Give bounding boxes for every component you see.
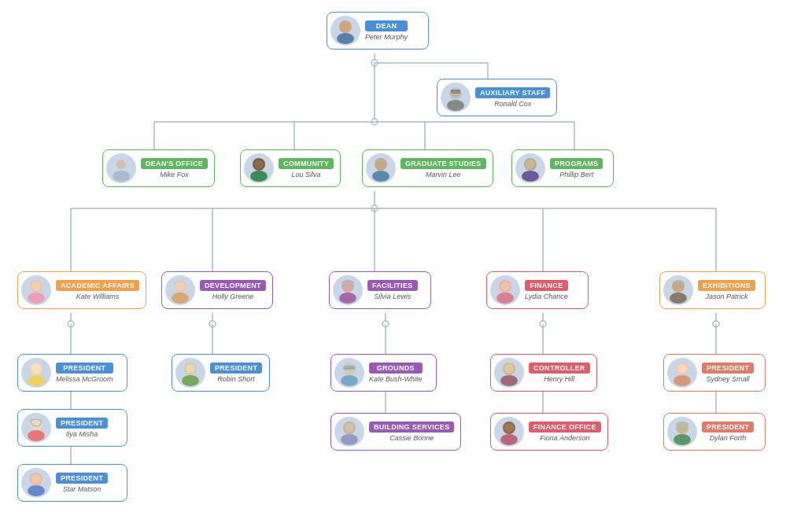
- svg-point-76: [28, 485, 45, 496]
- name-controller: Henry Hill: [529, 375, 590, 383]
- node-pres-robin[interactable]: PRESIDENT Robin Short: [172, 354, 270, 392]
- node-controller[interactable]: CONTROLLER Henry Hill: [490, 354, 597, 392]
- name-programs: Phillip Bert: [550, 171, 603, 179]
- name-pres-ilya: Ilya Misha: [56, 430, 108, 438]
- org-chart: DEAN Peter Murphy AUXILIARY STAFF Ronald…: [0, 0, 812, 519]
- svg-point-88: [500, 375, 518, 386]
- avatar-development: [165, 275, 195, 305]
- svg-point-94: [674, 375, 691, 386]
- avatar-dean: [330, 16, 360, 46]
- node-finance[interactable]: FINANCE Lydia Chance: [486, 271, 589, 309]
- title-development: DEVELOPMENT: [200, 280, 266, 291]
- svg-point-95: [677, 364, 687, 374]
- name-facilities: Silvia Lewis: [367, 293, 418, 300]
- title-graduate: GRADUATE STUDIES: [400, 158, 486, 169]
- svg-point-69: [670, 293, 687, 304]
- title-pres-robin: PRESIDENT: [210, 363, 262, 374]
- svg-point-32: [540, 321, 546, 327]
- avatar-finance: [490, 275, 520, 305]
- svg-point-92: [504, 423, 514, 432]
- name-pres-melissa: Melissa McGroom: [56, 375, 113, 383]
- name-deans-office: Mike Fox: [141, 171, 208, 179]
- name-pres-dylan: Dylan Forth: [702, 434, 754, 442]
- name-finance: Lydia Chance: [525, 293, 568, 300]
- svg-point-97: [674, 434, 691, 445]
- avatar-pres-star: [21, 468, 51, 498]
- title-programs: PROGRAMS: [550, 158, 603, 169]
- node-academic[interactable]: ACADEMIC AFFAIRS Kate Williams: [17, 271, 146, 309]
- svg-point-85: [341, 434, 358, 445]
- node-pres-ilya[interactable]: PRESIDENT Ilya Misha: [17, 409, 127, 447]
- svg-point-59: [31, 282, 41, 291]
- svg-point-5: [371, 119, 378, 125]
- svg-point-77: [31, 474, 41, 484]
- name-graduate: Marvin Lee: [400, 171, 486, 179]
- title-pres-sydney: PRESIDENT: [702, 363, 754, 374]
- svg-point-45: [450, 90, 461, 98]
- svg-point-43: [447, 100, 464, 111]
- title-controller: CONTROLLER: [529, 363, 590, 374]
- svg-point-56: [526, 160, 535, 169]
- node-pres-sydney[interactable]: PRESIDENT Sydney Small: [663, 354, 766, 392]
- svg-point-25: [209, 321, 216, 327]
- avatar-academic: [21, 275, 51, 305]
- node-pres-star[interactable]: PRESIDENT Star Matson: [17, 464, 127, 502]
- svg-point-50: [250, 171, 268, 182]
- svg-point-28: [382, 321, 389, 327]
- node-pres-melissa[interactable]: PRESIDENT Melissa McGroom: [17, 354, 127, 392]
- node-programs[interactable]: PROGRAMS Phillip Bert: [511, 149, 614, 187]
- node-community[interactable]: COMMUNITY Lou Silva: [240, 149, 341, 187]
- title-finance: FINANCE: [525, 280, 568, 291]
- avatar-building: [334, 417, 364, 447]
- title-dean: DEAN: [365, 20, 408, 31]
- node-deans-office[interactable]: DEAN'S OFFICE Mike Fox: [102, 149, 215, 187]
- title-auxiliary: AUXILIARY STAFF: [475, 87, 550, 98]
- avatar-grounds: [334, 358, 364, 388]
- svg-point-89: [504, 364, 514, 374]
- title-finance-office: FINANCE OFFICE: [529, 421, 601, 432]
- avatar-finance-office: [494, 417, 524, 447]
- title-academic: ACADEMIC AFFAIRS: [56, 280, 139, 291]
- node-graduate[interactable]: GRADUATE STUDIES Marvin Lee: [362, 149, 493, 187]
- svg-point-66: [496, 293, 514, 304]
- name-finance-office: Fiona Anderson: [529, 434, 601, 442]
- title-community: COMMUNITY: [279, 158, 334, 169]
- node-dean[interactable]: DEAN Peter Murphy: [327, 12, 429, 50]
- svg-point-61: [172, 293, 189, 304]
- avatar-programs: [515, 153, 545, 183]
- avatar-pres-robin: [175, 358, 205, 388]
- avatar-deans-office: [106, 153, 136, 183]
- title-facilities: FACILITIES: [367, 280, 418, 291]
- node-auxiliary[interactable]: AUXILIARY STAFF Ronald Cox: [437, 79, 557, 116]
- avatar-controller: [494, 358, 524, 388]
- svg-point-71: [28, 375, 45, 386]
- node-finance-office[interactable]: FINANCE OFFICE Fiona Anderson: [490, 413, 608, 451]
- svg-point-53: [372, 171, 389, 182]
- svg-point-80: [186, 364, 195, 374]
- svg-point-12: [371, 205, 378, 212]
- svg-point-72: [31, 364, 41, 374]
- avatar-facilities: [333, 275, 363, 305]
- svg-point-79: [182, 375, 199, 386]
- svg-point-82: [341, 375, 358, 386]
- node-exhibitions[interactable]: EXHIBITIONS Jason Patrick: [659, 271, 766, 309]
- avatar-exhibitions: [663, 275, 693, 305]
- avatar-community: [244, 153, 274, 183]
- svg-point-64: [339, 293, 356, 304]
- node-development[interactable]: DEVELOPMENT Holly Greene: [161, 271, 273, 309]
- title-exhibitions: EXHIBITIONS: [698, 280, 755, 291]
- node-pres-dylan[interactable]: PRESIDENT Dylan Forth: [663, 413, 766, 451]
- avatar-pres-dylan: [667, 417, 697, 447]
- svg-point-74: [28, 430, 45, 441]
- name-pres-robin: Robin Short: [210, 375, 262, 383]
- svg-point-51: [254, 160, 264, 169]
- name-dean: Peter Murphy: [365, 33, 408, 41]
- svg-point-86: [345, 423, 354, 432]
- name-grounds: Kate Bush-White: [369, 375, 423, 383]
- node-facilities[interactable]: FACILITIES Silvia Lewis: [329, 271, 431, 309]
- svg-point-55: [522, 171, 539, 182]
- title-pres-star: PRESIDENT: [56, 473, 108, 484]
- node-grounds[interactable]: GROUNDS Kate Bush-White: [330, 354, 437, 392]
- node-building[interactable]: BUILDING SERVICES Cassie Bonne: [330, 413, 461, 451]
- name-building: Cassie Bonne: [369, 434, 454, 442]
